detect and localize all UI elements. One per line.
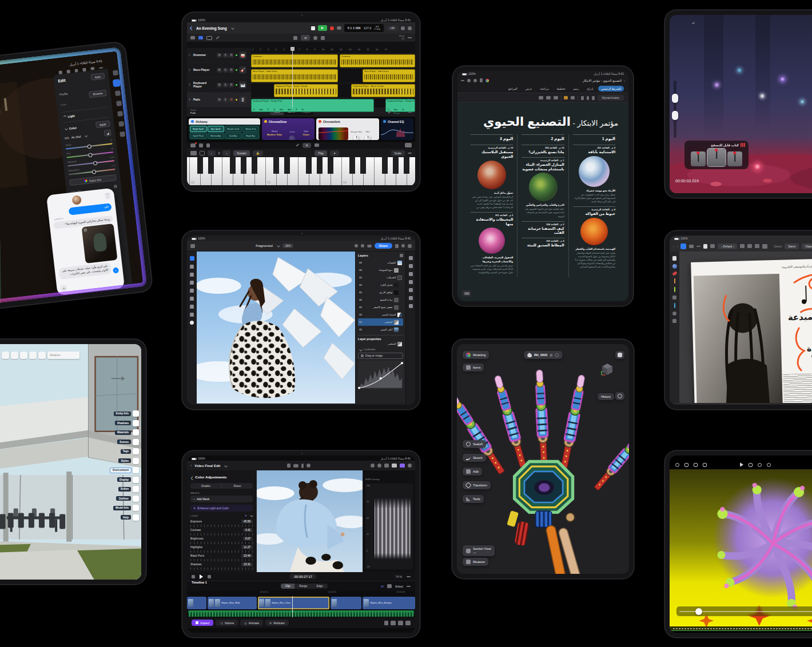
tags-icon[interactable]: [133, 448, 139, 454]
export-icon[interactable]: [409, 304, 413, 308]
more-icon[interactable]: [461, 80, 464, 81]
tools-tool[interactable]: Tools: [463, 495, 484, 503]
select-menu[interactable]: Select: [395, 585, 403, 588]
transform-icon[interactable]: [740, 244, 745, 248]
color-mix-button[interactable]: Color mix: [69, 174, 117, 186]
eye-icon[interactable]: [359, 284, 362, 286]
masking-icon[interactable]: [117, 111, 123, 117]
track-header-drummer[interactable]: 1 Drummer MSR 🥁: [187, 48, 251, 63]
done-button[interactable]: تم: [692, 21, 695, 24]
record-enable-button[interactable]: R: [229, 53, 234, 58]
help-icon[interactable]: [401, 244, 405, 247]
sketch-tool[interactable]: Sketch: [463, 454, 486, 462]
fill-tool-icon[interactable]: [672, 311, 676, 315]
flip-icon[interactable]: [747, 244, 752, 248]
record-enable-button[interactable]: R: [229, 83, 234, 87]
keyboard-dismiss-icon[interactable]: [462, 290, 471, 297]
eye-icon[interactable]: [359, 321, 362, 324]
keyboard-panel-icon[interactable]: [405, 143, 412, 147]
hand-tool-icon[interactable]: [710, 244, 715, 248]
wb-value[interactable]: As shot: [71, 134, 81, 139]
eraser-tool-icon[interactable]: [190, 289, 194, 293]
snap-value[interactable]: 1/4: [401, 37, 404, 40]
solo-button[interactable]: S: [223, 98, 228, 102]
marker-tool-icon[interactable]: [674, 303, 675, 308]
doc-title[interactable]: Fragmented: [256, 244, 273, 247]
play-button[interactable]: [318, 25, 327, 31]
light-section[interactable]: LIGHT: [190, 514, 198, 517]
underline-icon[interactable]: [581, 96, 584, 100]
layer-row[interactable]: أعلى اليمين: [358, 326, 403, 333]
lasso-tool-icon[interactable]: [190, 265, 194, 269]
curves-editor[interactable]: [358, 361, 403, 389]
lock-icon[interactable]: 🔒: [253, 150, 263, 156]
light-section[interactable]: Light: [67, 114, 75, 118]
bar-ruler[interactable]: 1 2 3 4 5 6 7 8 9 10 11 12 13 14 15 16 1…: [251, 48, 415, 54]
lock-icon[interactable]: [684, 463, 688, 467]
entity-info-icon[interactable]: [133, 410, 139, 417]
back-icon[interactable]: [190, 26, 194, 30]
zoom-level[interactable]: 26%: [282, 243, 294, 248]
black-point-slider[interactable]: Black Point15.44: [190, 554, 253, 561]
track-header-pads[interactable]: 4 Pads MSR 🎛: [187, 93, 251, 107]
arrow-mode-icon[interactable]: ✦: [330, 150, 339, 156]
comments-icon[interactable]: [409, 272, 413, 276]
timeline-clip[interactable]: Skyline_Blue_Wide: [208, 597, 257, 609]
search-icon[interactable]: [473, 79, 477, 82]
avatar[interactable]: [71, 195, 82, 205]
soften-icon[interactable]: [133, 486, 139, 492]
enhance-button[interactable]: ✦Enhance Light and Color: [190, 505, 253, 512]
indent-icon[interactable]: [539, 96, 543, 99]
highlights-slider[interactable]: Highlights11.27: [190, 545, 253, 553]
octave-down-button[interactable]: ‹: [208, 150, 216, 156]
help-icon[interactable]: [133, 514, 139, 521]
timecode[interactable]: 00:00:27:17: [290, 574, 316, 579]
pencil-icon[interactable]: [216, 36, 219, 39]
preset-cell[interactable]: Epic Synth: [208, 126, 225, 132]
color-tool-icon[interactable]: [672, 264, 677, 269]
preset-cell[interactable]: Dark Arp: [225, 133, 242, 139]
eye-icon[interactable]: [359, 277, 362, 279]
info-icon[interactable]: [74, 69, 78, 73]
trash-icon[interactable]: [384, 621, 388, 625]
import-icon[interactable]: [287, 464, 290, 468]
audio-region[interactable]: Drummer: [251, 54, 338, 67]
list-icon[interactable]: [546, 96, 551, 99]
split-right-icon[interactable]: [405, 621, 411, 625]
plugin-chromaglow[interactable]: ChromaGlow ModelModern Tube Drive StyleC…: [262, 118, 315, 140]
select-tool-icon[interactable]: [190, 273, 194, 277]
shadows-icon[interactable]: [133, 420, 139, 426]
effects-icon[interactable]: [400, 464, 405, 468]
checked-icon[interactable]: [377, 464, 381, 468]
grid-icon[interactable]: [384, 464, 389, 468]
outliner-icon[interactable]: [133, 496, 139, 502]
redo-icon[interactable]: [361, 244, 364, 247]
surface-settings-button[interactable]: ⚙: [302, 143, 311, 148]
play-surface-button[interactable]: Play: [315, 150, 327, 156]
more-icon[interactable]: [408, 464, 412, 468]
crop-tool-icon[interactable]: [190, 313, 194, 317]
playhead-handle[interactable]: [290, 47, 294, 51]
select-same-button[interactable]: Same: [785, 243, 799, 249]
align-right-icon[interactable]: [554, 96, 558, 99]
preset-cell[interactable]: Bright Synth: [190, 126, 207, 132]
canvas[interactable]: [197, 251, 355, 404]
tab-home[interactable]: الشريط الرئيسي: [598, 86, 624, 91]
move-tool-icon[interactable]: [190, 256, 194, 261]
outliner-button[interactable]: Outliner: [116, 496, 139, 502]
pen-tool-icon[interactable]: [674, 287, 675, 292]
eye-icon[interactable]: [359, 299, 362, 301]
mute-button[interactable]: M: [217, 98, 222, 102]
frame-thumbnail[interactable]: [691, 151, 706, 166]
octave-up-button[interactable]: ›: [222, 150, 230, 156]
plus-icon[interactable]: +: [60, 285, 67, 292]
shape-tool-icon[interactable]: [672, 319, 676, 323]
bold-icon[interactable]: [592, 96, 595, 100]
versions-icon[interactable]: [120, 131, 125, 137]
highlight-icon[interactable]: [571, 96, 575, 99]
effects-icon[interactable]: [409, 264, 413, 268]
design-canvas[interactable]: المرأة والموسيقى الإلكترونية صوت المبدعة…: [679, 251, 812, 403]
bass-guitar-icon[interactable]: 🎸: [239, 66, 246, 74]
split-icon[interactable]: [321, 36, 325, 40]
record-button[interactable]: [330, 26, 334, 30]
